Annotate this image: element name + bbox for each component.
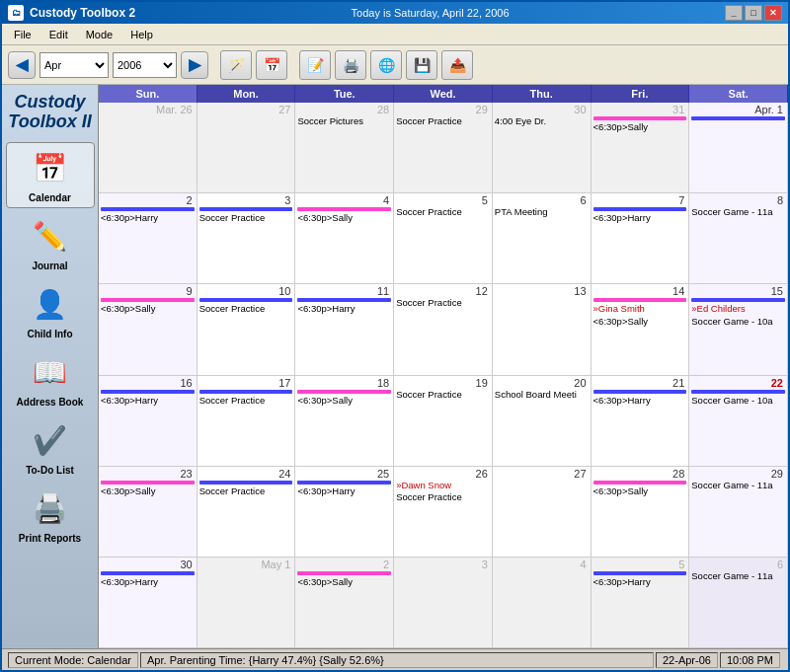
next-button[interactable]: ▶ [181,51,208,79]
cal-cell-w0d4[interactable]: 304:00 Eye Dr. [493,103,592,192]
cal-cell-w3d1[interactable]: 17Soccer Practice [198,376,296,466]
calendar-event[interactable]: <6:30p>Sally [593,316,687,328]
cal-cell-w0d3[interactable]: 29Soccer Practice [394,103,493,192]
calendar-event[interactable]: Soccer Game - 11a [691,570,785,582]
cal-cell-w1d3[interactable]: 5Soccer Practice [394,193,493,283]
calendar-event[interactable]: Soccer Practice [199,485,293,497]
month-select[interactable]: Apr [40,52,109,78]
cal-cell-w1d0[interactable]: 2<6:30p>Harry [99,193,198,283]
cal-cell-w1d1[interactable]: 3Soccer Practice [198,193,296,283]
cal-cell-w4d0[interactable]: 23<6:30p>Sally [99,467,198,557]
cal-cell-w2d0[interactable]: 9<6:30p>Sally [99,284,198,374]
calendar-event[interactable]: <6:30p>Sally [593,121,687,133]
close-button[interactable]: ✕ [764,5,782,21]
sidebar-item-print-reports[interactable]: 🖨️ Print Reports [6,483,95,549]
wand-button[interactable]: 🪄 [220,50,252,80]
calendar-event[interactable]: <6:30p>Harry [297,303,391,315]
cal-cell-w2d6[interactable]: 15»Ed ChildersSoccer Game - 10a [689,284,788,374]
edit-button[interactable]: 📝 [299,50,331,80]
calendar-event[interactable]: <6:30p>Harry [297,485,391,497]
calendar-tool-button[interactable]: 📅 [256,50,287,80]
cal-cell-w3d0[interactable]: 16<6:30p>Harry [99,376,198,466]
calendar-event[interactable]: Soccer Practice [396,206,490,218]
cal-cell-w3d2[interactable]: 18<6:30p>Sally [295,376,394,466]
cal-cell-w2d1[interactable]: 10Soccer Practice [198,284,296,374]
cal-cell-w4d5[interactable]: 28<6:30p>Sally [592,467,690,557]
cal-cell-w0d2[interactable]: 28Soccer Pictures [295,103,394,192]
cal-cell-w3d3[interactable]: 19Soccer Practice [394,376,493,466]
calendar-event[interactable]: 4:00 Eye Dr. [495,115,589,127]
calendar-event[interactable]: Soccer Pictures [297,115,391,127]
cal-cell-w0d1[interactable]: 27 [198,103,296,192]
maximize-button[interactable]: □ [745,5,762,21]
calendar-event[interactable]: Soccer Practice [396,115,490,127]
cal-cell-w4d4[interactable]: 27 [493,467,592,557]
cal-cell-w1d6[interactable]: 8Soccer Game - 11a [689,193,788,283]
calendar-event[interactable]: <6:30p>Sally [297,212,391,224]
calendar-event[interactable]: <6:30p>Harry [101,395,195,407]
sidebar-item-journal[interactable]: ✏️ Journal [6,210,95,276]
calendar-event[interactable]: Soccer Practice [396,389,490,401]
calendar-event[interactable]: School Board Meeti [495,389,589,401]
calendar-event[interactable]: »Ed Childers [691,303,785,315]
calendar-event[interactable]: <6:30p>Sally [101,303,195,315]
calendar-event[interactable]: Soccer Game - 11a [691,480,785,491]
calendar-event[interactable]: Soccer Game - 10a [691,395,785,407]
cal-cell-w3d4[interactable]: 20School Board Meeti [493,376,592,466]
export-button[interactable]: 📤 [441,50,473,80]
cal-cell-w3d6[interactable]: 22Soccer Game - 10a [689,376,788,466]
cal-cell-w0d5[interactable]: 31<6:30p>Sally [592,103,690,192]
cal-cell-w5d1[interactable]: May 1 [198,558,296,647]
cal-cell-w0d6[interactable]: Apr. 1 [689,103,788,192]
calendar-event[interactable]: Soccer Game - 10a [691,316,785,328]
calendar-event[interactable]: »Dawn Snow [396,480,490,491]
cal-cell-w5d2[interactable]: 2<6:30p>Sally [295,558,394,647]
cal-cell-w2d2[interactable]: 11<6:30p>Harry [295,284,394,374]
cal-cell-w2d3[interactable]: 12Soccer Practice [394,284,493,374]
cal-cell-w1d2[interactable]: 4<6:30p>Sally [295,193,394,283]
calendar-event[interactable]: <6:30p>Harry [593,395,687,407]
cal-cell-w5d5[interactable]: 5<6:30p>Harry [592,558,690,647]
calendar-event[interactable]: Soccer Practice [396,297,490,309]
calendar-event[interactable]: Soccer Practice [199,212,293,224]
menu-help[interactable]: Help [122,27,161,42]
calendar-event[interactable]: <6:30p>Harry [593,212,687,224]
cal-cell-w2d5[interactable]: 14»Gina Smith<6:30p>Sally [592,284,690,374]
calendar-event[interactable]: <6:30p>Sally [101,485,195,497]
cal-cell-w5d0[interactable]: 30<6:30p>Harry [99,558,198,647]
minimize-button[interactable]: _ [725,5,743,21]
menu-edit[interactable]: Edit [41,27,76,42]
calendar-event[interactable]: <6:30p>Harry [101,576,195,588]
calendar-event[interactable]: Soccer Practice [199,303,293,315]
calendar-event[interactable]: <6:30p>Sally [297,395,391,407]
sidebar-item-address-book[interactable]: 📖 Address Book [6,346,95,412]
calendar-event[interactable]: <6:30p>Sally [297,576,391,588]
calendar-event[interactable]: <6:30p>Sally [593,485,687,497]
cal-cell-w4d1[interactable]: 24Soccer Practice [198,467,296,557]
cal-cell-w5d3[interactable]: 3 [394,558,493,647]
calendar-event[interactable]: <6:30p>Harry [593,576,687,588]
cal-cell-w5d6[interactable]: 6Soccer Game - 11a [689,558,788,647]
calendar-event[interactable]: Soccer Practice [396,491,490,503]
calendar-event[interactable]: PTA Meeting [495,206,589,218]
cal-cell-w2d4[interactable]: 13 [493,284,592,374]
calendar-event[interactable]: Soccer Practice [199,395,293,407]
calendar-event[interactable]: »Gina Smith [593,303,687,315]
sidebar-item-calendar[interactable]: 📅 Calendar [6,142,95,208]
cal-cell-w4d3[interactable]: 26»Dawn SnowSoccer Practice [394,467,493,557]
year-select[interactable]: 2006 [113,52,177,78]
menu-mode[interactable]: Mode [78,27,121,42]
print-button[interactable]: 🖨️ [335,50,366,80]
cal-cell-w4d2[interactable]: 25<6:30p>Harry [295,467,394,557]
cal-cell-w5d4[interactable]: 4 [493,558,592,647]
cal-cell-w3d5[interactable]: 21<6:30p>Harry [592,376,690,466]
calendar-event[interactable]: Soccer Game - 11a [691,206,785,218]
cal-cell-w4d6[interactable]: 29Soccer Game - 11a [689,467,788,557]
menu-file[interactable]: File [6,27,40,42]
sidebar-item-todo[interactable]: ✔️ To-Do List [6,414,95,481]
prev-button[interactable]: ◀ [8,51,36,79]
cal-cell-w1d4[interactable]: 6PTA Meeting [493,193,592,283]
sidebar-item-child-info[interactable]: 👤 Child Info [6,278,95,344]
globe-button[interactable]: 🌐 [370,50,402,80]
save-button[interactable]: 💾 [406,50,437,80]
